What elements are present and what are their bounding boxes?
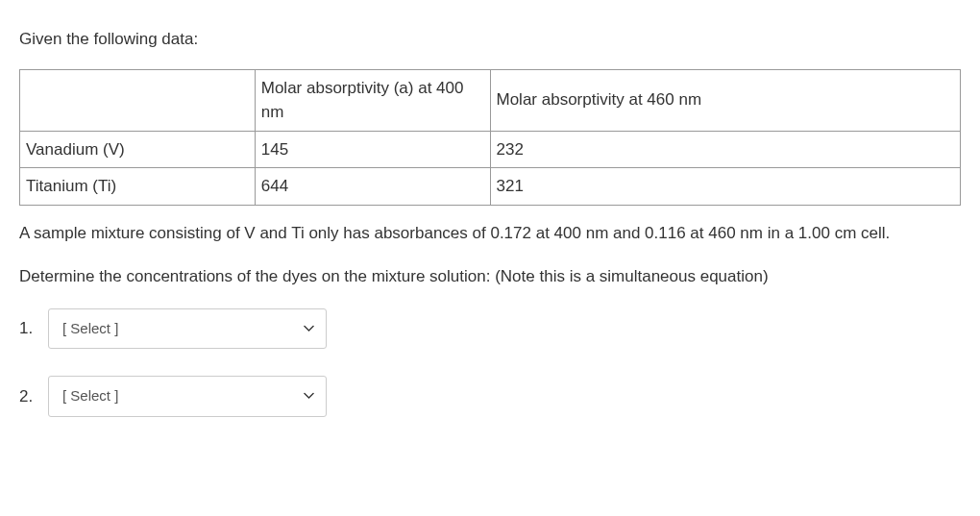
table-cell-400: 644 — [255, 168, 490, 206]
table-header-400nm: Molar absorptivity (a) at 400 nm — [255, 69, 490, 131]
table-cell-460: 232 — [490, 131, 961, 168]
list-item: [ Select ] — [19, 376, 961, 417]
table-header-460nm: Molar absorptivity at 460 nm — [490, 69, 961, 131]
list-item: [ Select ] — [19, 308, 961, 350]
sample-description: A sample mixture consisting of V and Ti … — [19, 221, 961, 246]
chevron-down-icon — [304, 393, 314, 400]
table-cell-400: 145 — [255, 131, 490, 168]
table-row: Vanadium (V) 145 232 — [20, 131, 961, 168]
table-cell-element: Titanium (Ti) — [20, 168, 256, 206]
select-value: [ Select ] — [62, 385, 118, 407]
instruction-text: Determine the concentrations of the dyes… — [19, 264, 961, 289]
chevron-down-icon — [304, 325, 314, 332]
table-header-row: Molar absorptivity (a) at 400 nm Molar a… — [20, 69, 961, 131]
table-cell-460: 321 — [490, 168, 961, 206]
answer-select-1[interactable]: [ Select ] — [48, 308, 327, 350]
answer-select-2[interactable]: [ Select ] — [48, 376, 327, 417]
data-table: Molar absorptivity (a) at 400 nm Molar a… — [19, 69, 961, 206]
table-row: Titanium (Ti) 644 321 — [20, 168, 961, 206]
intro-text: Given the following data: — [19, 27, 961, 52]
table-cell-element: Vanadium (V) — [20, 131, 256, 168]
select-value: [ Select ] — [62, 318, 118, 340]
answer-list: [ Select ] [ Select ] — [19, 308, 961, 417]
table-header-blank — [20, 69, 256, 131]
